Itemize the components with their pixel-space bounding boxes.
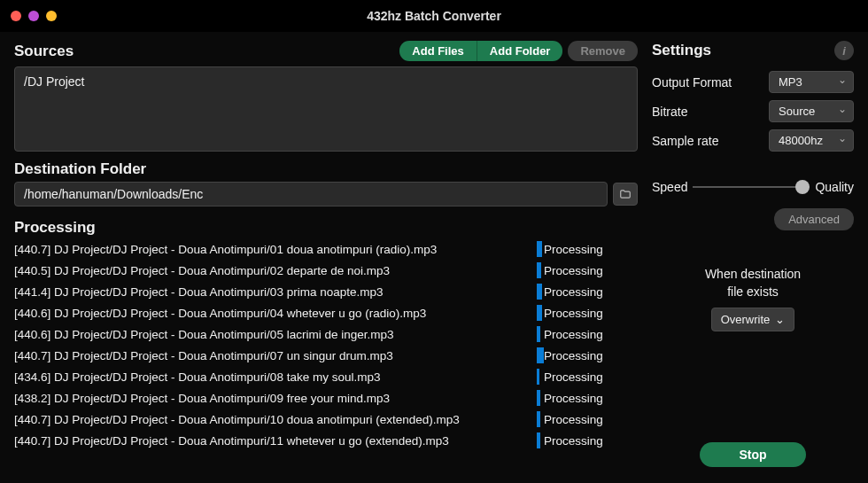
processing-progress-area: Processing [537,240,638,258]
destination-exists-label: When destination file exists [652,266,854,300]
progress-bar [537,326,540,342]
output-format-row: Output Format MP3 [652,71,854,93]
add-files-button[interactable]: Add Files [399,41,477,61]
remove-button: Remove [568,41,638,61]
processing-progress-area: Processing [537,368,638,386]
sample-rate-label: Sample rate [652,134,718,148]
left-pane: Sources Add Files Add Folder Remove /DJ … [14,41,638,472]
processing-status: Processing [544,392,603,405]
stop-button[interactable]: Stop [700,442,806,467]
info-button[interactable]: i [834,41,854,60]
browse-folder-button[interactable] [613,183,638,206]
titlebar: 432hz Batch Converter [0,0,868,32]
advanced-button[interactable]: Advanced [774,208,854,230]
processing-filename: [434.6] DJ Project/DJ Project - Doua Ano… [14,370,380,384]
close-window-button[interactable] [11,11,21,21]
sources-buttons: Add Files Add Folder Remove [399,41,638,61]
window-controls [11,11,57,21]
processing-row: [440.7] DJ Project/DJ Project - Doua Ano… [14,430,638,451]
processing-row: [440.6] DJ Project/DJ Project - Doua Ano… [14,302,638,323]
folder-icon [619,188,632,200]
processing-progress-area: Processing [537,432,638,449]
minimize-window-button[interactable] [28,11,39,21]
processing-progress-area: Processing [537,283,638,300]
bitrate-select[interactable]: Source [769,100,854,122]
processing-progress-area: Processing [537,347,638,364]
processing-status: Processing [544,349,603,362]
output-format-label: Output Format [652,75,732,90]
bitrate-label: Bitrate [652,105,687,119]
processing-row: [440.7] DJ Project/DJ Project - Doua Ano… [14,409,638,430]
processing-row: [440.7] DJ Project/DJ Project - Doua Ano… [14,345,638,366]
quality-label: Quality [815,180,854,194]
progress-bar [537,369,539,385]
maximize-window-button[interactable] [46,11,57,21]
processing-progress-area: Processing [537,325,638,343]
processing-title: Processing [14,219,638,237]
processing-status: Processing [544,243,603,256]
progress-bar [537,241,542,257]
settings-header: Settings i [652,41,854,60]
output-format-select[interactable]: MP3 [769,71,854,93]
processing-progress-area: Processing [537,389,638,407]
add-folder-button[interactable]: Add Folder [477,41,563,61]
processing-row: [438.2] DJ Project/DJ Project - Doua Ano… [14,387,638,409]
processing-list: [440.7] DJ Project/DJ Project - Doua Ano… [14,238,638,451]
processing-row: [440.7] DJ Project/DJ Project - Doua Ano… [14,238,638,260]
chevron-down-icon: ⌄ [775,313,785,326]
speed-quality-slider[interactable] [693,186,810,188]
content-area: Sources Add Files Add Folder Remove /DJ … [0,32,868,483]
sample-rate-select[interactable]: 48000hz [769,129,854,152]
processing-filename: [441.4] DJ Project/DJ Project - Doua Ano… [14,285,383,299]
processing-filename: [440.7] DJ Project/DJ Project - Doua Ano… [14,243,437,256]
processing-status: Processing [544,264,603,277]
processing-status: Processing [544,285,603,299]
speed-quality-slider-row: Speed Quality [652,180,854,194]
progress-bar [537,432,540,448]
processing-progress-area: Processing [537,410,638,428]
processing-row: [441.4] DJ Project/DJ Project - Doua Ano… [14,281,638,302]
progress-bar [537,411,540,427]
progress-bar [537,347,544,363]
destination-exists-section: When destination file exists Overwrite ⌄ [652,266,854,331]
processing-filename: [440.5] DJ Project/DJ Project - Doua Ano… [14,264,390,277]
source-item[interactable]: /DJ Project [24,74,628,89]
processing-filename: [440.7] DJ Project/DJ Project - Doua Ano… [14,413,460,426]
processing-filename: [440.7] DJ Project/DJ Project - Doua Ano… [14,434,449,448]
processing-filename: [440.6] DJ Project/DJ Project - Doua Ano… [14,328,393,341]
app-window: 432hz Batch Converter Sources Add Files … [0,0,868,483]
sources-header: Sources Add Files Add Folder Remove [14,41,638,61]
processing-row: [440.5] DJ Project/DJ Project - Doua Ano… [14,260,638,281]
processing-row: [434.6] DJ Project/DJ Project - Doua Ano… [14,366,638,387]
overwrite-select[interactable]: Overwrite ⌄ [711,308,795,331]
window-title: 432hz Batch Converter [367,9,501,23]
right-pane: Settings i Output Format MP3 Bitrate Sou… [652,41,854,472]
progress-bar [537,390,540,406]
slider-thumb[interactable] [795,180,810,194]
speed-label: Speed [652,180,687,194]
processing-filename: [438.2] DJ Project/DJ Project - Doua Ano… [14,392,390,405]
destination-title: Destination Folder [14,160,638,178]
destination-row: /home/hanuman/Downloads/Enc [14,182,638,206]
processing-status: Processing [544,413,603,426]
processing-filename: [440.7] DJ Project/DJ Project - Doua Ano… [14,349,393,362]
progress-bar [537,284,542,300]
progress-bar [537,305,542,321]
processing-filename: [440.6] DJ Project/DJ Project - Doua Ano… [14,307,426,320]
processing-status: Processing [544,434,603,448]
processing-status: Processing [544,307,603,320]
processing-status: Processing [544,328,603,341]
processing-progress-area: Processing [537,304,638,322]
destination-input[interactable]: /home/hanuman/Downloads/Enc [14,182,608,206]
processing-row: [440.6] DJ Project/DJ Project - Doua Ano… [14,323,638,345]
sources-list[interactable]: /DJ Project [14,66,638,152]
sample-rate-row: Sample rate 48000hz [652,129,854,152]
progress-bar [537,262,541,278]
settings-title: Settings [652,42,711,59]
sources-title: Sources [14,43,74,60]
overwrite-value: Overwrite [721,313,771,326]
bitrate-row: Bitrate Source [652,100,854,122]
processing-status: Processing [544,370,603,384]
processing-progress-area: Processing [537,261,638,279]
